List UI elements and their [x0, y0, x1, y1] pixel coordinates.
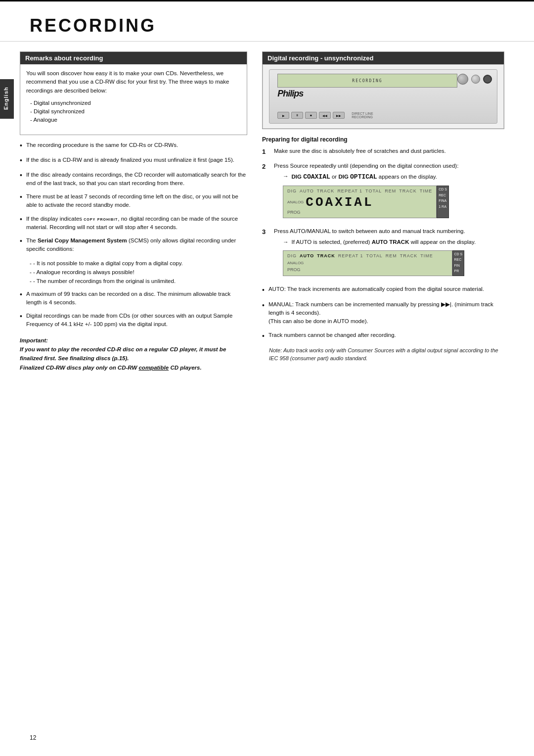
remarks-content: You will soon discover how easy it is to… — [20, 64, 247, 135]
lcd-big-text: COAXIAL — [306, 196, 373, 209]
remarks-intro: You will soon discover how easy it is to… — [26, 69, 241, 95]
control-knob-2 — [471, 75, 480, 84]
philips-device: RECORDING Philips ▶ ⏸ ■ ◀◀ — [269, 69, 497, 124]
prog-label-2: PROG — [287, 267, 301, 272]
play-btn: ▶ — [277, 112, 289, 119]
scms-text: Serial Copy Management System — [38, 237, 127, 243]
page-number: 12 — [30, 734, 36, 741]
methods-list: Digital unsynchronized Digital synchroni… — [30, 99, 241, 125]
digital-bullet-manual: MANUAL: Track numbers can be incremented… — [262, 300, 504, 326]
compatible-underline: compatible — [138, 365, 169, 371]
bullet-1: The recording procedure is the same for … — [20, 141, 247, 151]
remarks-box: Remarks about recording You will soon di… — [20, 51, 247, 135]
important-label: Important: — [20, 336, 247, 345]
digital-bullet-no-change: Track numbers cannot be changed after re… — [262, 331, 504, 341]
analog-label-2: ANALOG — [287, 260, 304, 266]
step-2: 2 Press Source repeatedly until (dependi… — [262, 162, 504, 223]
method-2: Digital synchronized — [30, 107, 241, 116]
important-line-1: If you want to play the recorded CD-R di… — [20, 345, 247, 363]
lcd-right-labels-1: CD S REC FINA 1 RA — [437, 186, 449, 218]
remarks-bullets: The recording procedure is the same for … — [20, 141, 247, 254]
digital-bullet-auto: AUTO: The track increments are automatic… — [262, 285, 504, 295]
digital-heading: Digital recording - unsynchronized — [263, 52, 504, 64]
arrow-note-2: → If AUTO is selected, (preferred) AUTO … — [283, 238, 476, 246]
important-line-2: Finalized CD-RW discs play only on CD-RW… — [20, 363, 247, 372]
bullet-5: If the display indicates copy prohibit, … — [20, 215, 247, 232]
page-title: RECORDING — [30, 15, 504, 36]
digital-steps: 1 Make sure the disc is absolutely free … — [262, 147, 504, 280]
content-area: Remarks about recording You will soon di… — [0, 42, 534, 382]
left-column: Remarks about recording You will soon di… — [20, 51, 247, 372]
scms-sub-3: - The number of recordings from the orig… — [30, 277, 247, 285]
lcd-right-labels-2: CD S REC FIN PR — [452, 250, 465, 276]
method-3: Analogue — [30, 116, 241, 124]
important-block: Important: If you want to play the recor… — [20, 336, 247, 373]
bullet-8: Digital recordings can be made from CDs … — [20, 312, 247, 329]
step-1: 1 Make sure the disc is absolutely free … — [262, 147, 504, 157]
device-controls — [457, 74, 492, 85]
pause-btn: ⏸ — [291, 112, 303, 119]
method-1: Digital unsynchronized — [30, 99, 241, 107]
remarks-heading: Remarks about recording — [20, 52, 247, 64]
lcd-display-1: DIG AUTO TRACK REPEAT 1 TOTAL REM TRACK … — [283, 186, 449, 218]
power-button — [483, 75, 492, 84]
arrow-note-1: → DIG COAXIAL or DIG OPTICAL appears on … — [283, 172, 458, 182]
digital-note: Note: Auto track works only with Consume… — [269, 346, 504, 363]
sidebar-language-label: English — [0, 79, 14, 119]
scms-sub-list: - It is not possible to make a digital c… — [30, 259, 247, 286]
arrow-icon-1: → — [283, 172, 289, 181]
digital-bullets: AUTO: The track increments are automatic… — [262, 285, 504, 341]
optical-display: OPTICAL — [350, 173, 377, 181]
preparing-heading: Preparing for digital recording — [262, 136, 504, 143]
remarks-bullets2: A maximum of 99 tracks can be recorded o… — [20, 290, 247, 329]
bullet-7: A maximum of 99 tracks can be recorded o… — [20, 290, 247, 307]
device-image: RECORDING Philips ▶ ⏸ ■ ◀◀ — [263, 64, 504, 129]
scms-sub-2: - Analogue recording is always possible! — [30, 268, 247, 277]
device-display: RECORDING — [277, 74, 457, 88]
step-3: 3 Press AUTO/MANUAL to switch between au… — [262, 227, 504, 280]
scms-sub-1: - It is not possible to make a digital c… — [30, 259, 247, 268]
lcd-display-2: DIG AUTO TRACK REPEAT 1 TOTAL REM TRACK … — [283, 250, 464, 276]
bullet-3: If the disc already contains recordings,… — [20, 171, 247, 188]
direct-line-label: DIRECT LINERECORDING — [352, 112, 373, 119]
bullet-4: There must be at least 7 seconds of reco… — [20, 192, 247, 210]
copy-prohibit-text: copy prohibit — [84, 216, 118, 222]
coaxial-display: COAXIAL — [303, 173, 330, 181]
lcd2-row1: DIG AUTO TRACK REPEAT 1 TOTAL REM TRACK … — [287, 253, 448, 260]
page: RECORDING English Remarks about recordin… — [0, 0, 534, 756]
prev-btn: ◀◀ — [319, 112, 331, 119]
control-knob-1 — [457, 74, 468, 85]
header: RECORDING — [0, 1, 534, 42]
device-bottom: ▶ ⏸ ■ ◀◀ ▶▶ DIRECT LINERECORDING — [277, 110, 457, 120]
arrow-icon-2: → — [283, 238, 289, 246]
lcd-row1: DIG AUTO TRACK REPEAT 1 TOTAL REM TRACK … — [287, 188, 432, 195]
right-column: Digital recording - unsynchronized RECOR… — [262, 51, 504, 372]
display-text: RECORDING — [352, 79, 382, 83]
digital-box: Digital recording - unsynchronized RECOR… — [262, 51, 504, 129]
prog-label: PROG — [287, 210, 301, 215]
brand-name: Philips — [277, 89, 303, 99]
bullet-6: The Serial Copy Management System (SCMS)… — [20, 236, 247, 254]
stop-btn: ■ — [305, 112, 317, 119]
bullet-2: If the disc is a CD-RW and is already fi… — [20, 156, 247, 166]
next-btn: ▶▶ — [333, 112, 345, 119]
analog-label: ANALOG — [287, 199, 304, 205]
